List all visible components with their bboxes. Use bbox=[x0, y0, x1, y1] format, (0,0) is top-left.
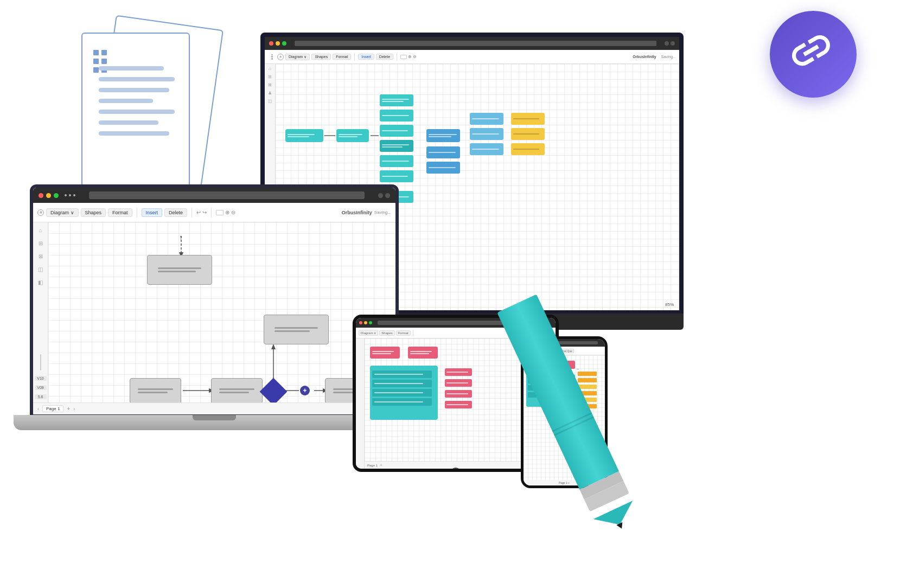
frame-icon[interactable] bbox=[216, 210, 224, 215]
toolbar-star-icon[interactable]: ★ bbox=[37, 209, 44, 216]
flowchart-box-start bbox=[130, 378, 181, 402]
monitor-teal-2 bbox=[380, 110, 413, 122]
doc-col-block bbox=[101, 59, 107, 64]
redo-icon[interactable]: ↪ bbox=[202, 209, 207, 215]
monitor-teal-6 bbox=[380, 170, 413, 182]
doc-line bbox=[99, 88, 169, 92]
monitor-insert-btn[interactable]: Insert bbox=[358, 54, 374, 60]
titlebar-close[interactable] bbox=[39, 193, 43, 198]
monitor-diagram-btn[interactable]: Diagram ∨ bbox=[285, 54, 310, 60]
monitor-yellow-3 bbox=[511, 143, 545, 155]
monitor-yellow-1 bbox=[511, 113, 545, 125]
tablet-diagram-btn[interactable]: Diagram ∨ bbox=[359, 330, 378, 336]
titlebar-minimize[interactable] bbox=[46, 193, 51, 198]
monitor-teal-1 bbox=[380, 94, 413, 106]
scene: ★ Diagram ∨ Shapes Format Insert Delete … bbox=[0, 0, 900, 588]
laptop-insert-btn[interactable]: Insert bbox=[142, 208, 163, 217]
monitor-teal-5 bbox=[380, 155, 413, 167]
laptop-canvas: ↑ bbox=[48, 222, 395, 402]
laptop-orbus-label: OrbusInfinity bbox=[342, 210, 372, 215]
flowchart-plus-1[interactable]: + bbox=[300, 386, 310, 395]
titlebar-dots bbox=[39, 193, 59, 198]
tablet-teal-container bbox=[370, 366, 438, 420]
flowchart-box-upper-right bbox=[264, 315, 329, 344]
tablet-format-btn[interactable]: Format bbox=[396, 330, 411, 336]
doc-col-block bbox=[93, 67, 99, 73]
doc-line bbox=[99, 131, 169, 136]
monitor-yellow-2 bbox=[511, 128, 545, 140]
laptop-bottom-bar: ‹ Page 1 + › bbox=[33, 402, 395, 414]
monitor-shapes-btn[interactable]: Shapes bbox=[311, 54, 331, 60]
svg-marker-7 bbox=[271, 344, 276, 349]
doc-line bbox=[99, 110, 175, 114]
doc-col-block bbox=[93, 50, 99, 55]
zoom-out-icon[interactable]: ⊖ bbox=[231, 209, 235, 215]
monitor-search-bar bbox=[295, 41, 656, 46]
doc-lines bbox=[99, 66, 175, 142]
monitor-format-btn[interactable]: Format bbox=[333, 54, 351, 60]
laptop-saving-label: Saving... bbox=[374, 210, 391, 215]
doc-line bbox=[99, 99, 153, 103]
laptop-shapes-btn[interactable]: Shapes bbox=[81, 208, 106, 217]
monitor-orbus-label: OrbusInfinity bbox=[633, 55, 656, 59]
monitor-menubar: ★ Diagram ∨ Shapes Format Insert Delete … bbox=[265, 50, 679, 64]
up-arrow-indicator: ↑ bbox=[179, 233, 183, 242]
monitor-blue-selected bbox=[426, 129, 460, 142]
toolbar-sep-3 bbox=[211, 208, 212, 218]
tablet-pink-sm-3 bbox=[445, 390, 472, 398]
sidebar-home-icon[interactable]: ⌂ bbox=[36, 226, 45, 234]
flowchart-box-1 bbox=[211, 378, 263, 402]
link-icon bbox=[778, 17, 849, 92]
flowchart-connectors bbox=[48, 222, 395, 402]
doc-col-block bbox=[93, 59, 99, 64]
doc-line bbox=[99, 66, 164, 71]
toolbar-sep-2 bbox=[192, 208, 192, 218]
laptop-toolbar: ★ Diagram ∨ Shapes Format Insert Delete … bbox=[33, 203, 395, 222]
tablet-pink-sm-1 bbox=[445, 368, 472, 376]
doc-line bbox=[99, 77, 175, 81]
laptop-titlebar bbox=[33, 188, 395, 203]
link-badge bbox=[770, 11, 857, 98]
tablet-shapes-btn[interactable]: Shapes bbox=[379, 330, 394, 336]
monitor-delete-btn[interactable]: Delete bbox=[376, 54, 393, 60]
laptop-format-btn[interactable]: Format bbox=[108, 208, 132, 217]
monitor-arrow-1 bbox=[324, 135, 335, 136]
doc-col-block bbox=[101, 50, 107, 55]
monitor-lblue-2 bbox=[470, 128, 503, 140]
laptop-search-bar[interactable] bbox=[89, 191, 365, 199]
laptop-delete-btn[interactable]: Delete bbox=[164, 208, 187, 217]
flowchart-top-box bbox=[147, 255, 212, 285]
monitor-lblue-1 bbox=[470, 113, 503, 125]
undo-icon[interactable]: ↩ bbox=[196, 209, 201, 215]
toolbar-sep-1 bbox=[137, 208, 137, 218]
nav-next-icon[interactable]: › bbox=[73, 406, 75, 412]
version-badge-3: 5.6 bbox=[35, 394, 47, 399]
laptop-sidebar: ⌂ ⊞ ⊠ ◫ ◧ bbox=[33, 222, 48, 402]
page-1-tab[interactable]: Page 1 bbox=[42, 405, 63, 412]
add-page-btn[interactable]: + bbox=[67, 406, 70, 412]
tablet-pink-sm-2 bbox=[445, 379, 472, 387]
monitor-zoom: 85% bbox=[665, 302, 674, 307]
monitor-box-2 bbox=[336, 129, 369, 142]
nav-prev-icon[interactable]: ‹ bbox=[37, 406, 39, 412]
sidebar-shapes-icon[interactable]: ◫ bbox=[36, 265, 45, 273]
sidebar-grid-icon[interactable]: ⊞ bbox=[36, 239, 45, 247]
laptop-app: ★ Diagram ∨ Shapes Format Insert Delete … bbox=[33, 188, 395, 414]
zoom-in-icon[interactable]: ⊕ bbox=[225, 209, 229, 215]
titlebar-maximize[interactable] bbox=[54, 193, 59, 198]
laptop-body: ⌂ ⊞ ⊠ ◫ ◧ bbox=[33, 222, 395, 402]
monitor-box-start bbox=[285, 129, 323, 142]
version-badge-2: V09 bbox=[35, 385, 47, 390]
doc-line bbox=[99, 120, 158, 125]
monitor-saving-label: Saving... bbox=[661, 55, 676, 59]
laptop-diagram-btn[interactable]: Diagram ∨ bbox=[46, 208, 79, 217]
version-badge-1: V10 bbox=[35, 376, 47, 381]
monitor-blue-3 bbox=[426, 162, 460, 174]
monitor-blue-2 bbox=[426, 146, 460, 158]
monitor-teal-3 bbox=[380, 125, 413, 137]
sidebar-users-icon[interactable]: ⊠ bbox=[36, 252, 45, 260]
sidebar-doc-icon[interactable]: ◧ bbox=[36, 278, 45, 286]
tablet-pink-sm-4 bbox=[445, 401, 472, 408]
tablet-pink-box-1 bbox=[370, 347, 400, 359]
monitor-teal-4 bbox=[380, 140, 413, 152]
